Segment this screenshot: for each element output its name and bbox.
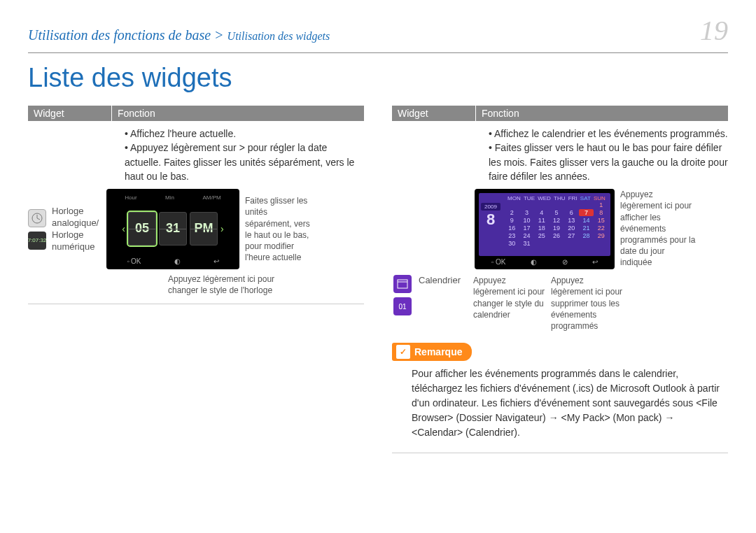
calendar-cell[interactable]: 1 — [594, 201, 608, 208]
calendar-cell[interactable]: 16 — [505, 225, 519, 232]
left-divider — [28, 304, 364, 304]
calendar-cell[interactable]: 3 — [519, 209, 533, 216]
calendar-cell[interactable]: 31 — [519, 240, 533, 247]
note-box-icon: ✓ — [396, 345, 410, 359]
th-function-r: Fonction — [476, 106, 728, 121]
table-header-right: Widget Fonction — [392, 106, 728, 121]
cal-bullet-2: Faites glisser vers le haut ou le bas po… — [489, 141, 728, 183]
calendar-cell[interactable]: 4 — [535, 209, 549, 216]
calendar-icons: 01 — [392, 275, 413, 315]
calendar-cell[interactable]: 6 — [564, 209, 578, 216]
calendar-cell[interactable]: 27 — [564, 232, 578, 239]
back-button[interactable]: ↩ — [214, 257, 219, 265]
clock-bullets: Affichez l'heure actuelle. Appuyez légèr… — [112, 121, 364, 189]
calendar-cell[interactable]: 28 — [579, 232, 593, 239]
calendar-cell[interactable]: 15 — [594, 217, 608, 224]
remark-body: Pour afficher les événements programmés … — [392, 367, 728, 440]
clock-bullet-1: Affichez l'heure actuelle. — [125, 127, 364, 141]
right-divider — [392, 453, 728, 453]
page-title: Liste des widgets — [28, 63, 728, 93]
flip-min[interactable]: 31 — [159, 212, 187, 246]
svg-line-2 — [37, 218, 40, 220]
calendar-cell[interactable]: 23 — [505, 232, 519, 239]
remark-label: Remarque — [414, 346, 462, 357]
digital-clock-icon: 7:07:32 — [28, 232, 46, 250]
cal-back-button[interactable]: ↩ — [592, 258, 598, 266]
clock-device-screenshot: Hour Min AM/PM ‹ 05 31 PM › ◦ OK ◐ ↩ — [106, 189, 239, 269]
calendar-cell[interactable]: 26 — [550, 232, 564, 239]
clock-callout-bottom: Appuyez légèrement ici pour changer le s… — [168, 273, 287, 296]
clock-bullet-2: Appuyez légèrement sur > pour régler la … — [125, 141, 364, 183]
calendar-cell[interactable]: 20 — [564, 225, 578, 232]
chevron-right-icon[interactable]: › — [220, 223, 224, 234]
calendar-cell[interactable]: 2 — [505, 209, 519, 216]
analog-clock-icon — [28, 209, 46, 227]
calendar-cell[interactable]: 17 — [519, 225, 533, 232]
calendar-cell[interactable]: 13 — [564, 217, 578, 224]
calendar-grid[interactable]: 1234567891011121314151617181920212223242… — [505, 201, 608, 247]
calendar-cell[interactable]: 10 — [519, 217, 533, 224]
calendar-callout-b2: Appuyez légèrement ici pour supprimer to… — [551, 275, 624, 332]
calendar-cell[interactable]: 11 — [535, 217, 549, 224]
calendar-cell[interactable] — [579, 201, 593, 208]
style-button[interactable]: ◐ — [174, 257, 181, 265]
breadcrumb: Utilisation des fonctions de base > Util… — [28, 27, 330, 43]
calendar-cell[interactable]: 25 — [535, 232, 549, 239]
clock-callout-right: Faites glisser les unités séparément, ve… — [245, 195, 315, 263]
th-widget: Widget — [28, 106, 112, 121]
calendar-big-day: 8 — [481, 211, 500, 229]
calendar-cell[interactable]: 7 — [579, 209, 593, 216]
th-function: Fonction — [112, 106, 364, 121]
remark-badge: ✓ Remarque — [392, 343, 472, 361]
breadcrumb-sep: > — [214, 27, 224, 43]
calendar-cell[interactable] — [519, 201, 533, 208]
calendar-day-headers: MON TUE WED THU FRI SAT SUN — [505, 195, 608, 201]
calendar-widget-label: Calendrier — [419, 275, 468, 287]
calendar-cell[interactable]: 18 — [535, 225, 549, 232]
calendar-cell[interactable]: 29 — [594, 232, 608, 239]
th-widget-r: Widget — [392, 106, 476, 121]
calendar-cell[interactable]: 5 — [550, 209, 564, 216]
cal-bullet-1: Affichez le calendrier et les événements… — [489, 127, 728, 141]
flip-ampm[interactable]: PM — [190, 212, 218, 246]
calendar-cell[interactable]: 30 — [505, 240, 519, 247]
label-ampm: AM/PM — [202, 194, 220, 201]
column-left: Widget Fonction Affichez l'heure actuell… — [28, 106, 364, 453]
label-hour: Hour — [125, 194, 136, 201]
table-header-left: Widget Fonction — [28, 106, 364, 121]
page-number: 19 — [700, 14, 728, 47]
calendar-year[interactable]: 2009 — [481, 203, 500, 211]
label-min: Min — [165, 194, 174, 201]
calendar-device-screenshot: 2009 8 MON TUE WED THU FRI SAT SUN 12345… — [475, 189, 615, 269]
calendar-cell[interactable]: 14 — [579, 217, 593, 224]
clock-widget-label: Horloge analogique/ Horloge numérique — [52, 206, 101, 253]
svg-rect-3 — [398, 280, 407, 288]
calendar-cell[interactable]: 21 — [579, 225, 593, 232]
calendar-cell[interactable] — [564, 201, 578, 208]
column-right: Widget Fonction Affichez le calendrier e… — [392, 106, 728, 453]
calendar-bullets: Affichez le calendrier et les événements… — [476, 121, 728, 189]
breadcrumb-sub: Utilisation des widgets — [227, 30, 330, 42]
clock-icons: 7:07:32 — [28, 209, 46, 250]
cal-delete-button[interactable]: ⊘ — [562, 258, 568, 266]
calendar-cell[interactable]: 8 — [594, 209, 608, 216]
cal-ok-button[interactable]: ◦ OK — [491, 258, 506, 266]
calendar-cell[interactable]: 12 — [550, 217, 564, 224]
calendar-month-icon — [393, 275, 412, 293]
calendar-cell[interactable]: 22 — [594, 225, 608, 232]
calendar-cell[interactable]: 9 — [505, 217, 519, 224]
calendar-callout-right: Appuyez légèrement ici pour afficher les… — [620, 189, 697, 268]
calendar-cell[interactable] — [505, 201, 519, 208]
chevron-left-icon[interactable]: ‹ — [122, 223, 125, 234]
ok-button[interactable]: ◦ OK — [127, 257, 141, 265]
flip-hour[interactable]: 05 — [128, 212, 156, 246]
calendar-cell[interactable]: 19 — [550, 225, 564, 232]
calendar-cell[interactable] — [550, 201, 564, 208]
calendar-day-icon: 01 — [393, 297, 412, 315]
cal-style-button[interactable]: ◐ — [531, 258, 537, 266]
page-header: Utilisation des fonctions de base > Util… — [28, 14, 728, 53]
calendar-callout-b1: Appuyez légèrement ici pour changer le s… — [473, 275, 547, 320]
calendar-cell[interactable] — [535, 201, 549, 208]
calendar-cell[interactable]: 24 — [519, 232, 533, 239]
breadcrumb-main: Utilisation des fonctions de base — [28, 27, 211, 43]
